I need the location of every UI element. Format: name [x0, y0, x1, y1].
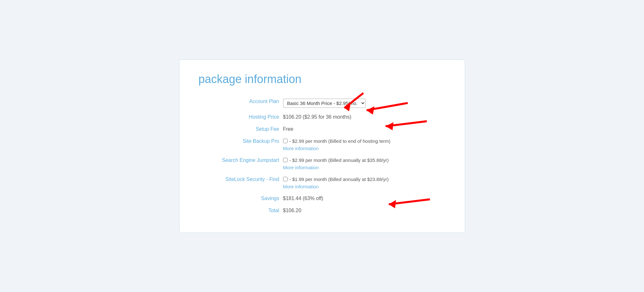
sitelock-checkbox-line: - $1.99 per month (Billed annually at $2… — [283, 177, 444, 182]
total-value-cell: $106.20 — [281, 205, 446, 217]
site-backup-checkbox[interactable] — [283, 139, 288, 143]
sitelock-row: SiteLock Security - Find - $1.99 per mon… — [199, 173, 446, 192]
search-engine-value-cell: - $2.99 per month (Billed annually at $3… — [281, 154, 446, 173]
hosting-price-label: Hosting Price — [199, 111, 281, 123]
package-information-card: package information Account Plan Basic 3… — [179, 59, 465, 233]
savings-value: $181.44 (63% off) — [283, 196, 323, 201]
setup-fee-value-cell: Free — [281, 123, 446, 135]
sitelock-desc: - $1.99 per month (Billed annually at $2… — [289, 177, 389, 182]
savings-row: Savings $181.44 (63% off) — [199, 192, 446, 205]
site-backup-label: Site Backup Pro — [199, 135, 281, 154]
search-engine-checkbox-line: - $2.99 per month (Billed annually at $3… — [283, 157, 444, 163]
total-value: $106.20 — [283, 208, 302, 213]
page-title: package information — [199, 73, 446, 86]
account-plan-select[interactable]: Basic 36 Month Price - $2.95/mo.Basic 12… — [283, 99, 366, 108]
search-engine-desc: - $2.99 per month (Billed annually at $3… — [289, 157, 389, 163]
site-backup-value-cell: - $2.99 per month (Billed to end of host… — [281, 135, 446, 154]
sitelock-more-info[interactable]: More information — [283, 184, 444, 189]
savings-label: Savings — [199, 192, 281, 205]
site-backup-options: - $2.99 per month (Billed to end of host… — [283, 138, 444, 151]
sitelock-label: SiteLock Security - Find — [199, 173, 281, 192]
account-plan-label: Account Plan — [199, 95, 281, 111]
account-plan-value-cell: Basic 36 Month Price - $2.95/mo.Basic 12… — [281, 95, 446, 111]
search-engine-label: Search Engine Jumpstart — [199, 154, 281, 173]
setup-fee-row: Setup Fee Free — [199, 123, 446, 135]
total-label: Total — [199, 205, 281, 217]
search-engine-options: - $2.99 per month (Billed annually at $3… — [283, 157, 444, 170]
site-backup-checkbox-line: - $2.99 per month (Billed to end of host… — [283, 138, 444, 144]
hosting-price-row: Hosting Price $106.20 ($2.95 for 36 mont… — [199, 111, 446, 123]
site-backup-row: Site Backup Pro - $2.99 per month (Bille… — [199, 135, 446, 154]
setup-fee-label: Setup Fee — [199, 123, 281, 135]
search-engine-more-info[interactable]: More information — [283, 165, 444, 170]
account-plan-row: Account Plan Basic 36 Month Price - $2.9… — [199, 95, 446, 111]
site-backup-desc: - $2.99 per month (Billed to end of host… — [289, 138, 391, 144]
search-engine-checkbox[interactable] — [283, 158, 288, 162]
sitelock-checkbox[interactable] — [283, 177, 288, 181]
savings-value-cell: $181.44 (63% off) — [281, 192, 446, 205]
sitelock-value-cell: - $1.99 per month (Billed annually at $2… — [281, 173, 446, 192]
sitelock-options: - $1.99 per month (Billed annually at $2… — [283, 177, 444, 189]
hosting-price-value-cell: $106.20 ($2.95 for 36 months) — [281, 111, 446, 123]
total-row: Total $106.20 — [199, 205, 446, 217]
site-backup-more-info[interactable]: More information — [283, 146, 444, 151]
form-table: Account Plan Basic 36 Month Price - $2.9… — [199, 95, 446, 217]
setup-fee-value: Free — [283, 126, 294, 132]
search-engine-row: Search Engine Jumpstart - $2.99 per mont… — [199, 154, 446, 173]
hosting-price-text: $106.20 ($2.95 for 36 months) — [283, 114, 351, 120]
